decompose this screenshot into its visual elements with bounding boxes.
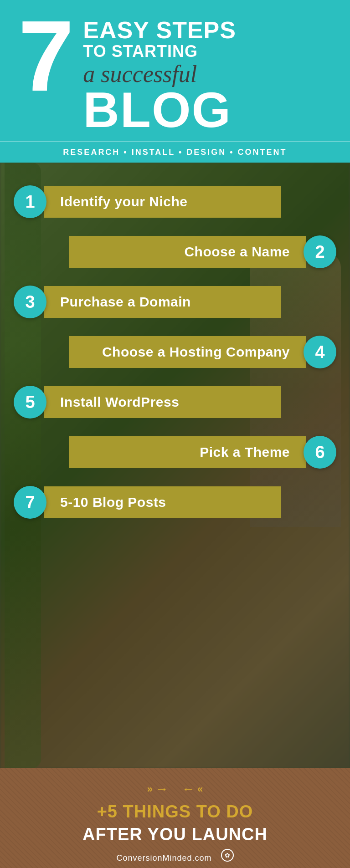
step-circle-4: 4 — [304, 336, 336, 368]
step-row-2: Choose a Name 2 — [14, 235, 336, 268]
step-row-4: Choose a Hosting Company 4 — [14, 336, 336, 368]
footer-domain-line: ConversionMinded.com ✿ — [116, 848, 233, 863]
footer-content: » → ← « +5 THINGS TO DO AFTER YOU LAUNCH… — [82, 782, 268, 863]
tagline-bar: RESEARCH • INSTALL • DESIGN • CONTENT — [0, 141, 350, 163]
step-row-6: Pick a Theme 6 — [14, 436, 336, 469]
footer-section: » → ← « +5 THINGS TO DO AFTER YOU LAUNCH… — [0, 768, 350, 868]
header-line2: TO STARTING — [83, 42, 236, 61]
arrow-left-1: ← — [182, 782, 195, 797]
step-label-1: Identify your Niche — [44, 186, 281, 218]
step-circle-7: 7 — [14, 486, 46, 519]
step-row-7: 7 5-10 Blog Posts — [14, 486, 336, 519]
step-label-2: Choose a Name — [69, 236, 306, 268]
step-circle-5: 5 — [14, 386, 46, 419]
chevron-left-1: » — [147, 783, 153, 795]
step-label-7: 5-10 Blog Posts — [44, 486, 281, 518]
step-row-1: 1 Identify your Niche — [14, 185, 336, 218]
footer-sub-text: AFTER YOU LAUNCH — [82, 825, 268, 844]
step-circle-3: 3 — [14, 286, 46, 318]
footer-domain: ConversionMinded.com — [116, 853, 211, 863]
step-circle-1: 1 — [14, 185, 46, 218]
tagline-text: RESEARCH • INSTALL • DESIGN • CONTENT — [18, 148, 332, 157]
step-label-3: Purchase a Domain — [44, 286, 281, 318]
big-number: 7 — [18, 14, 74, 99]
steps-container: 1 Identify your Niche Choose a Name 2 3 … — [0, 163, 350, 546]
header-line4: BLOG — [83, 87, 236, 132]
step-row-3: 3 Purchase a Domain — [14, 286, 336, 318]
step-circle-2: 2 — [304, 235, 336, 268]
left-arrows: » → — [147, 782, 168, 797]
footer-main-text: +5 THINGS TO DO — [97, 802, 253, 822]
chevron-right-1: « — [197, 783, 203, 795]
step-label-6: Pick a Theme — [69, 436, 306, 468]
footer-brand-icon: ✿ — [221, 849, 234, 862]
arrow-right-1: → — [155, 782, 168, 797]
header-section: 7 EASY STEPS TO STARTING a successful BL… — [0, 0, 350, 141]
step-circle-6: 6 — [304, 436, 336, 469]
photo-section: 1 Identify your Niche Choose a Name 2 3 … — [0, 163, 350, 768]
header-text-block: EASY STEPS TO STARTING a successful BLOG — [83, 14, 236, 132]
footer-plus: +5 THINGS TO DO — [97, 802, 253, 821]
step-label-4: Choose a Hosting Company — [69, 336, 306, 368]
step-label-5: Install WordPress — [44, 386, 281, 418]
header-line1: EASY STEPS — [83, 18, 236, 42]
arrows-row: » → ← « — [147, 782, 203, 797]
step-row-5: 5 Install WordPress — [14, 386, 336, 419]
right-arrows: ← « — [182, 782, 203, 797]
